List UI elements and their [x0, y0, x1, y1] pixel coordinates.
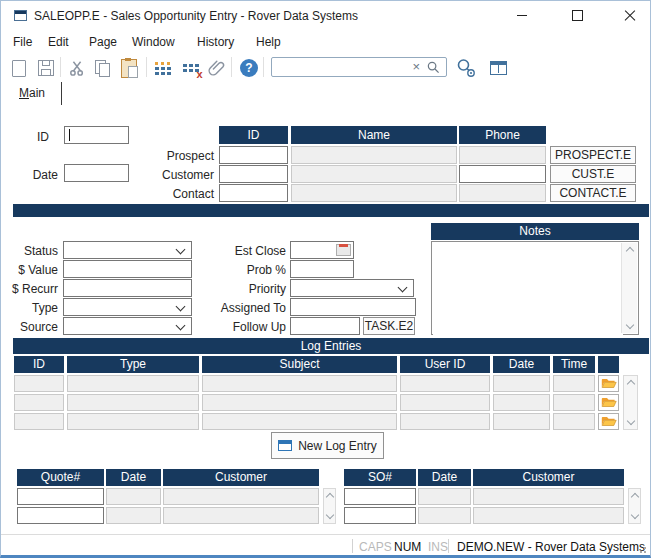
contact-e-button[interactable]: CONTACT.E [550, 184, 636, 202]
open-log-entry-button[interactable] [598, 413, 619, 430]
minimize-button[interactable] [499, 1, 544, 30]
scroll-down-icon [325, 511, 333, 519]
open-log-entry-button[interactable] [598, 375, 619, 392]
type-select[interactable] [63, 298, 192, 316]
est-close-input[interactable] [290, 241, 354, 259]
quote-customer-field [163, 507, 319, 524]
prospect-phone-field [459, 146, 546, 164]
menu-help[interactable]: Help [256, 35, 281, 49]
so-customer-field [473, 507, 624, 524]
search-box[interactable]: × [271, 57, 447, 77]
attachment-icon[interactable] [206, 57, 228, 79]
contact-id-input[interactable] [219, 184, 288, 202]
follow-up-input[interactable] [290, 317, 360, 335]
quote-number-input[interactable] [17, 488, 104, 505]
search-icon[interactable] [426, 60, 441, 78]
scroll-up-icon [630, 493, 638, 501]
split-view-icon[interactable] [487, 57, 509, 79]
notes-panel [431, 241, 639, 335]
quotes-scrollbar[interactable] [323, 488, 336, 524]
notes-scrollbar[interactable] [621, 243, 637, 333]
menu-file[interactable]: File [13, 35, 32, 49]
log-row-cell [67, 413, 199, 430]
notes-textarea[interactable] [433, 243, 623, 337]
log-row-cell [67, 394, 199, 411]
customer-name-field [291, 165, 457, 183]
prospect-id-input[interactable] [219, 146, 288, 164]
contact-name-field [291, 184, 457, 202]
search-clear-icon[interactable]: × [412, 59, 420, 74]
close-button[interactable] [607, 1, 651, 30]
est-close-label: Est Close [181, 244, 286, 258]
menu-history[interactable]: History [197, 35, 234, 49]
id-input[interactable] [64, 126, 129, 144]
assigned-to-input[interactable] [290, 298, 416, 316]
prob-label: Prob % [181, 263, 286, 277]
quote-number-input[interactable] [17, 507, 104, 524]
recurr-label: $ Recurr [1, 282, 58, 296]
insert-row-icon[interactable] [152, 57, 174, 79]
paste-icon[interactable] [118, 57, 140, 79]
cut-icon[interactable] [66, 57, 88, 79]
status-select[interactable] [63, 241, 192, 259]
new-document-icon[interactable] [8, 57, 30, 79]
value-input[interactable] [63, 260, 192, 278]
menu-edit[interactable]: Edit [48, 35, 69, 49]
source-select[interactable] [63, 317, 192, 335]
task-e2-button[interactable]: TASK.E2 [363, 317, 415, 335]
so-number-input[interactable] [344, 507, 416, 524]
priority-select[interactable] [290, 279, 414, 297]
save-icon[interactable] [35, 57, 57, 79]
type-label: Type [1, 301, 58, 315]
scroll-down-icon [626, 417, 634, 425]
follow-up-label: Follow Up [181, 320, 286, 334]
log-row-cell [400, 413, 490, 430]
maximize-button[interactable] [555, 1, 600, 30]
folder-icon [601, 415, 617, 428]
log-header-date: Date [493, 356, 550, 373]
scroll-up-icon [625, 247, 633, 255]
customer-id-input[interactable] [219, 165, 288, 183]
session-status: DEMO.NEW - Rover Data Systems [457, 540, 645, 554]
log-header-subject: Subject [202, 356, 397, 373]
log-row-cell [553, 375, 595, 392]
menu-page[interactable]: Page [89, 35, 117, 49]
new-log-entry-label: New Log Entry [298, 439, 377, 453]
status-separator [448, 539, 449, 553]
search-input[interactable] [275, 59, 405, 75]
so-number-input[interactable] [344, 488, 416, 505]
status-label: Status [1, 244, 58, 258]
recurr-input[interactable] [63, 279, 192, 297]
record-search-icon[interactable] [453, 57, 479, 79]
orders-scrollbar[interactable] [628, 488, 641, 524]
quotes-header-date: Date [106, 469, 161, 486]
prospect-e-button[interactable]: PROSPECT.E [550, 146, 636, 164]
log-row-cell [553, 394, 595, 411]
value-label: $ Value [1, 263, 58, 277]
notes-header: Notes [431, 223, 639, 240]
toolbar-separator [60, 57, 61, 77]
copy-icon[interactable] [92, 57, 114, 79]
menu-window[interactable]: Window [132, 35, 175, 49]
folder-icon [601, 396, 617, 409]
calendar-icon[interactable] [336, 244, 351, 256]
customer-phone-input[interactable] [459, 165, 546, 183]
log-row-cell [493, 413, 550, 430]
tab-main[interactable]: Main [19, 86, 45, 100]
delete-row-icon[interactable]: x [180, 57, 202, 79]
new-log-entry-button[interactable]: New Log Entry [271, 432, 384, 459]
title-bar: SALEOPP.E - Sales Opportunity Entry - Ro… [1, 1, 650, 31]
cust-e-button[interactable]: CUST.E [550, 165, 636, 183]
log-scrollbar[interactable] [623, 375, 638, 430]
so-date-field [418, 507, 471, 524]
maximize-icon [572, 10, 583, 21]
prob-input[interactable] [290, 260, 354, 278]
log-row-cell [400, 394, 490, 411]
tab-divider [61, 82, 62, 105]
log-header-userid: User ID [400, 356, 490, 373]
help-icon[interactable]: ? [238, 57, 260, 79]
log-row-cell [202, 375, 397, 392]
contact-phone-field [459, 184, 546, 202]
date-input[interactable] [64, 164, 129, 182]
open-log-entry-button[interactable] [598, 394, 619, 411]
